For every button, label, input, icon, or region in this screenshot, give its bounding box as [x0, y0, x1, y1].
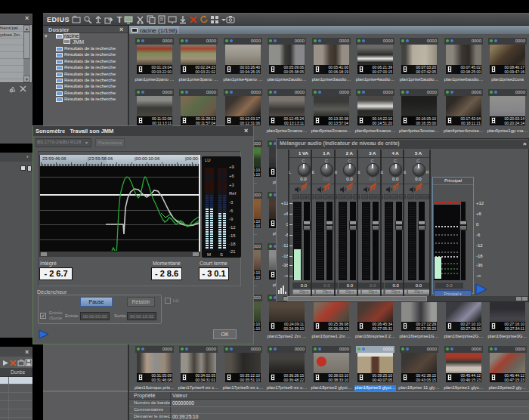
- svg-text:T: T: [117, 15, 122, 24]
